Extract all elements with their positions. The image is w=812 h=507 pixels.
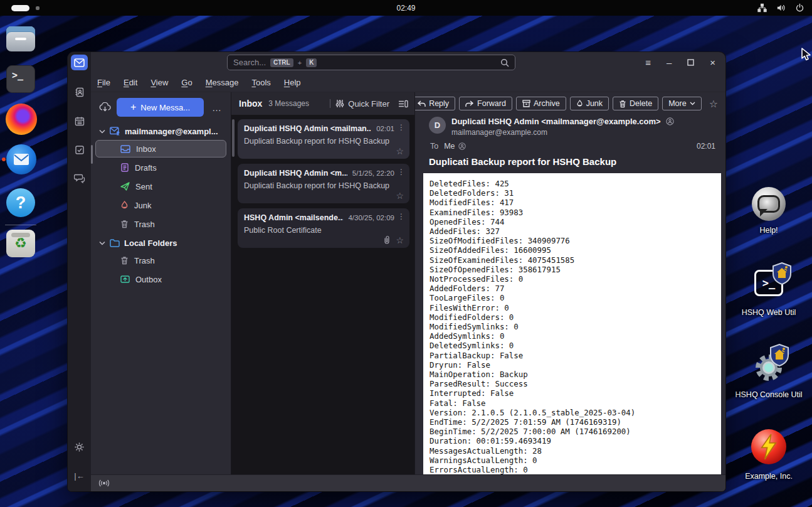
menu-view[interactable]: View: [150, 78, 168, 87]
network-icon[interactable]: [757, 3, 767, 13]
message-list-scrollbar[interactable]: [232, 119, 235, 157]
menu-help[interactable]: Help: [284, 78, 301, 87]
add-contact-icon[interactable]: [666, 117, 674, 125]
space-addressbook-tab[interactable]: [71, 84, 88, 100]
archive-label: Archive: [534, 99, 560, 108]
space-chat-tab[interactable]: [71, 170, 88, 186]
folder-junk[interactable]: Junk: [95, 196, 226, 214]
folder-icon: [110, 239, 120, 247]
menu-tools[interactable]: Tools: [251, 78, 270, 87]
trash-icon: [120, 256, 129, 265]
terminal-prompt-glyph: >_: [12, 70, 23, 81]
desktop-icon-example-inc[interactable]: [751, 429, 786, 464]
folder-drafts[interactable]: Drafts: [95, 159, 226, 176]
folder-trash[interactable]: Trash: [95, 215, 226, 233]
status-bar: [91, 474, 725, 491]
more-button[interactable]: More: [662, 97, 701, 110]
from-name[interactable]: Duplicati HSHQ Admin <mailmanager@exampl…: [451, 117, 661, 126]
junk-button[interactable]: Junk: [570, 97, 609, 110]
folder-label: Inbox: [136, 144, 156, 154]
thunderbird-icon[interactable]: [6, 144, 36, 174]
folder-selection-indicator: [91, 145, 93, 164]
message-sender: Duplicati HSHQ Admin <m...: [244, 169, 347, 178]
message-count: 3 Messages: [268, 99, 309, 108]
new-message-button[interactable]: + New Messa...: [117, 98, 204, 117]
folder-label: Outbox: [135, 275, 162, 284]
reply-button[interactable]: Reply: [411, 97, 455, 110]
address-book-icon: [75, 87, 85, 97]
mouse-cursor: [801, 48, 812, 61]
desktop-label-web-util[interactable]: HSHQ Web Util: [715, 308, 812, 317]
help-launcher-icon[interactable]: ?: [6, 188, 35, 217]
message-kebab-icon[interactable]: ⋮: [398, 124, 405, 131]
message-kebab-icon[interactable]: ⋮: [398, 213, 405, 220]
menu-edit[interactable]: Edit: [124, 78, 137, 87]
local-folder-trash[interactable]: Trash: [95, 252, 226, 269]
space-tasks-tab[interactable]: [71, 142, 88, 157]
menu-message[interactable]: Message: [206, 78, 239, 87]
k-key-badge: K: [306, 58, 317, 67]
trash-icon[interactable]: ♻: [6, 230, 35, 257]
desktop-label-help[interactable]: Help!: [715, 226, 812, 235]
to-value[interactable]: Me: [444, 142, 455, 151]
desktop-label-console-util[interactable]: HSHQ Console Util: [715, 390, 812, 399]
message-row-3[interactable]: HSHQ Admin <mailsende...4/30/25, 02:09 ⋮…: [238, 208, 409, 248]
quick-filter-label[interactable]: Quick Filter: [348, 99, 389, 109]
spaces-settings-button[interactable]: [71, 439, 88, 455]
menu-file[interactable]: File: [97, 78, 110, 87]
list-display-options-icon[interactable]: [398, 100, 408, 108]
message-list-pane: Inbox 3 Messages Quick Filter Duplicati …: [231, 92, 415, 474]
maximize-button[interactable]: [687, 59, 694, 66]
message-row-2[interactable]: Duplicati HSHQ Admin <m...5/1/25, 22:20 …: [238, 164, 409, 203]
quick-filter-sliders-icon[interactable]: [335, 99, 344, 108]
clock[interactable]: 02:49: [0, 4, 812, 13]
forward-label: Forward: [477, 99, 506, 108]
get-messages-icon[interactable]: [99, 102, 111, 112]
inbox-icon: [120, 145, 130, 153]
account-row[interactable]: mailmanager@exampl...: [91, 123, 231, 139]
local-folders-row[interactable]: Local Folders: [91, 235, 231, 251]
star-icon[interactable]: ☆: [396, 147, 404, 156]
message-subject-title: Duplicati Backup report for HSHQ Backup: [415, 151, 725, 173]
star-message-button[interactable]: ☆: [709, 98, 718, 110]
desktop-icon-help[interactable]: [752, 187, 786, 221]
forward-button[interactable]: Forward: [459, 97, 512, 110]
star-icon[interactable]: ☆: [396, 191, 404, 200]
folder-label: Junk: [134, 201, 151, 210]
menu-go[interactable]: Go: [181, 78, 192, 87]
global-search-input[interactable]: Search... CTRL + K: [227, 55, 515, 70]
space-calendar-tab[interactable]: [71, 113, 88, 129]
volume-icon[interactable]: [776, 3, 786, 13]
firefox-icon[interactable]: [6, 104, 37, 135]
star-icon[interactable]: ☆: [396, 236, 404, 245]
local-folder-outbox[interactable]: Outbox: [95, 270, 226, 288]
desktop-label-example-inc[interactable]: Example, Inc.: [715, 472, 812, 481]
search-icon: [500, 58, 509, 67]
gear-icon: [74, 442, 85, 452]
close-button[interactable]: ×: [710, 58, 715, 67]
message-row-1[interactable]: Duplicati HSHQ Admin <mailman...02:01 ⋮ …: [238, 119, 409, 159]
collapse-spaces-button[interactable]: |←: [71, 468, 88, 484]
drafts-icon: [120, 163, 129, 172]
junk-label: Junk: [586, 99, 603, 108]
folder-inbox[interactable]: Inbox: [95, 140, 226, 157]
chevron-down-icon: [99, 129, 105, 134]
terminal-icon[interactable]: >_: [6, 65, 35, 93]
message-subject: Duplicati Backup report for HSHQ Backup: [244, 181, 403, 190]
message-toolbar: Reply Forward Archive Junk Delete More ☆: [415, 92, 725, 115]
sender-avatar: D: [429, 117, 446, 134]
archive-button[interactable]: Archive: [516, 97, 566, 110]
space-mail-tab[interactable]: [71, 55, 88, 70]
power-icon[interactable]: [795, 3, 804, 13]
from-email[interactable]: mailmanager@example.com: [451, 128, 674, 137]
folder-sent[interactable]: Sent: [95, 178, 226, 195]
folder-pane-options-button[interactable]: …: [209, 102, 224, 113]
thunderbird-window: |← Search... CTRL + K ≡ – ×: [68, 52, 725, 491]
plus-separator: +: [298, 59, 302, 67]
delete-button[interactable]: Delete: [613, 97, 658, 110]
minimize-button[interactable]: –: [667, 58, 672, 67]
message-kebab-icon[interactable]: ⋮: [398, 168, 405, 176]
file-manager-icon[interactable]: [6, 26, 35, 51]
account-mail-icon: [110, 127, 120, 136]
app-menu-button[interactable]: ≡: [645, 58, 651, 67]
